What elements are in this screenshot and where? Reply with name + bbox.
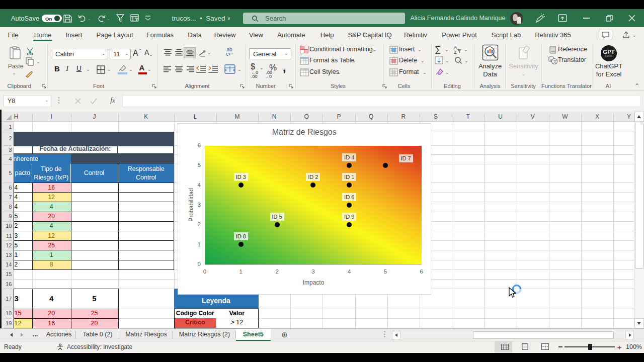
- svg-text:文: 文: [553, 59, 557, 64]
